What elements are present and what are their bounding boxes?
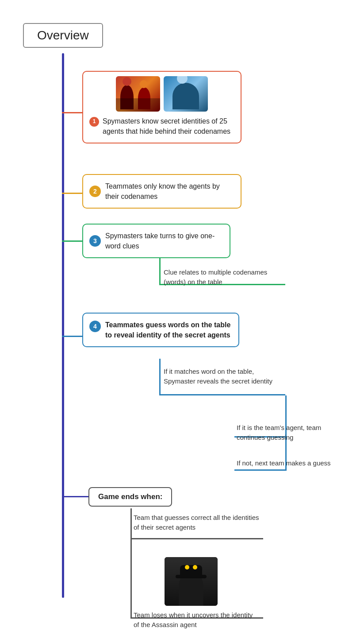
gameends-sub-vline <box>130 508 132 618</box>
node3-badge: 3 <box>89 235 101 247</box>
node1-box: 1 Spymasters know secret identities of 2… <box>82 71 241 143</box>
node1-connector <box>62 112 84 113</box>
gameends-sub2-text: Team loses when it uncovers the identity… <box>134 610 260 630</box>
spymasters-image-blue <box>164 76 208 112</box>
node4-label: Teammates guess words on the table to re… <box>105 320 232 340</box>
node2-badge: 2 <box>89 186 101 197</box>
gameends-box: Game ends when: <box>88 487 172 507</box>
node4-sub-text: If it matches word on the table, Spymast… <box>164 367 281 386</box>
node4-subsub1-text: If it is the team's agent, team continue… <box>237 423 345 442</box>
assassin-figure <box>165 557 218 606</box>
eye-right <box>193 565 197 569</box>
node2-label: Teammates only know the agents by their … <box>105 181 234 201</box>
node3-connector <box>62 240 84 242</box>
node4-subsub2-text: If not, next team makes a guess <box>237 458 345 468</box>
assassin-image <box>165 557 218 606</box>
node3-label: Spymasters take turns to give one-word c… <box>105 231 223 251</box>
node2-box: 2 Teammates only know the agents by thei… <box>82 174 241 209</box>
node4-badge: 4 <box>89 321 101 332</box>
eye-left <box>185 565 189 569</box>
node1-badge: 1 <box>89 117 99 127</box>
node3-box: 3 Spymasters take turns to give one-word… <box>82 224 230 258</box>
main-vertical-line <box>62 53 64 598</box>
node4-sub-vline <box>159 359 161 395</box>
gameends-connector <box>62 496 91 497</box>
assassin-eyes <box>184 565 198 569</box>
gameends-sub1-text: Team that guesses correct all the identi… <box>134 513 260 532</box>
spymasters-image-red <box>116 76 160 112</box>
node1-label: Spymasters know secret identities of 25 … <box>103 116 234 136</box>
node3-sub-vline <box>159 257 161 285</box>
gameends-sub-hline1 <box>130 538 263 539</box>
node2-connector <box>62 193 84 194</box>
node1-text: 1 Spymasters know secret identities of 2… <box>89 116 234 136</box>
node3-sub-text: Clue relates to multiple codenames (word… <box>164 267 285 287</box>
node4-connector <box>62 336 84 337</box>
node4-box: 4 Teammates guess words on the table to … <box>82 313 239 347</box>
node4-sub-hline <box>159 394 285 395</box>
node1-images <box>89 76 234 112</box>
overview-title: Overview <box>23 23 103 48</box>
node4-subsub-hline2 <box>234 469 287 471</box>
